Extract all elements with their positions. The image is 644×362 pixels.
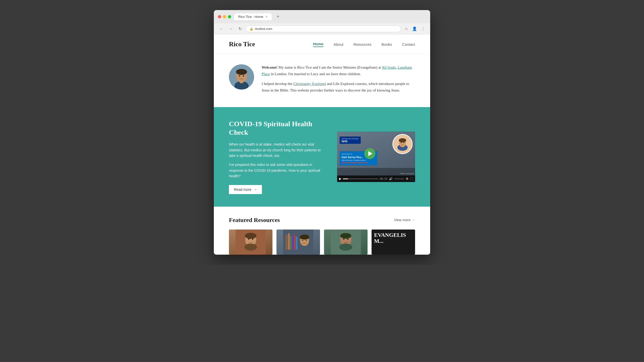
back-button[interactable]: ←: [218, 26, 225, 32]
nav-resources[interactable]: Resources: [353, 42, 372, 47]
lock-icon: 🔒: [250, 27, 253, 31]
address-bar[interactable]: 🔒 ricotice.com: [246, 25, 401, 32]
volume-bar[interactable]: [394, 178, 404, 179]
about-para-2: I helped develop the Christianity Explor…: [262, 81, 415, 94]
svg-point-28: [302, 240, 303, 241]
nhs-sign: Surrey and Sussex NHS: [340, 137, 361, 144]
covid-title: COVID-19 Spiritual Health Check: [229, 120, 327, 137]
site-logo: Rico Tice: [229, 40, 255, 48]
volume-button[interactable]: 🔊: [389, 177, 393, 180]
about-text: Welcome! My name is Rico Tice and I am t…: [262, 64, 415, 97]
svg-point-10: [399, 138, 406, 143]
new-tab-button[interactable]: +: [275, 13, 281, 20]
about-intro: My name is Rico Tice and I am the Senior…: [278, 65, 382, 69]
video-controls: ▶ 09:53 🔊 ⚙ ⛶: [337, 175, 415, 182]
url-display: ricotice.com: [255, 27, 272, 31]
svg-rect-20: [286, 235, 288, 250]
refresh-button[interactable]: ↻: [237, 25, 243, 32]
video-play-button[interactable]: ▶: [339, 177, 341, 180]
time-display: 09:53: [380, 177, 387, 180]
browser-toolbar: ← → ↻ 🔒 ricotice.com ☆ 👤 ⋮: [214, 23, 430, 34]
resources-title: Featured Resources: [229, 217, 280, 223]
resource-card-1[interactable]: [229, 230, 272, 255]
forward-button[interactable]: →: [227, 26, 234, 32]
resources-header: Featured Resources View more →: [229, 217, 415, 223]
read-more-arrow: →: [253, 188, 257, 192]
nav-books[interactable]: Books: [382, 42, 392, 47]
play-icon: [368, 151, 372, 156]
view-more-label: View more: [394, 218, 411, 222]
view-more-link[interactable]: View more →: [394, 218, 415, 222]
video-watermark: Photo: SurreyLive: [400, 173, 414, 174]
window-dots: [218, 15, 231, 18]
menu-button[interactable]: ⋮: [420, 25, 426, 32]
resource-cards: EVANGELISM...: [229, 230, 415, 255]
svg-point-29: [306, 240, 307, 241]
covid-content: COVID-19 Spiritual Health Check When our…: [229, 120, 327, 194]
svg-point-34: [347, 238, 348, 240]
svg-point-4: [236, 69, 247, 75]
site-header: Rico Tice Home About Resources Books Con…: [214, 34, 430, 54]
fullscreen-button[interactable]: ⛶: [410, 177, 413, 180]
welcome-label: Welcome!: [262, 65, 277, 69]
svg-point-33: [343, 238, 344, 240]
nav-home[interactable]: Home: [313, 42, 324, 47]
video-inset: [392, 134, 413, 154]
progress-bar[interactable]: [343, 178, 378, 179]
profile-button[interactable]: 👤: [411, 25, 418, 32]
svg-rect-25: [296, 237, 298, 250]
play-button[interactable]: [364, 148, 375, 159]
maximize-dot[interactable]: [228, 15, 231, 18]
settings-button[interactable]: ⚙: [406, 177, 409, 180]
video-container: Surrey and Sussex NHS Welcome to East Su…: [337, 131, 415, 182]
svg-point-5: [239, 75, 240, 77]
about-para2-prefix: I helped develop the: [262, 82, 293, 86]
svg-point-18: [245, 244, 257, 251]
svg-point-17: [252, 238, 253, 240]
view-more-arrow: →: [412, 218, 415, 222]
site-nav: Home About Resources Books Contact: [313, 42, 415, 47]
svg-point-32: [340, 233, 351, 239]
nav-about[interactable]: About: [334, 42, 343, 47]
resources-section: Featured Resources View more →: [214, 207, 430, 255]
browser-titlebar: Rico Tice - Home ✕ +: [214, 10, 430, 23]
svg-rect-22: [290, 236, 292, 250]
svg-point-16: [248, 238, 249, 240]
covid-body-1: When our health is at stake, medics will…: [229, 142, 327, 158]
read-more-button[interactable]: Read more →: [229, 185, 262, 194]
progress-fill: [343, 178, 348, 179]
tab-title: Rico Tice - Home: [238, 15, 263, 19]
browser-tab[interactable]: Rico Tice - Home ✕: [234, 13, 272, 20]
svg-point-11: [401, 142, 402, 143]
avatar: [229, 64, 254, 89]
video-thumbnail: Surrey and Sussex NHS Welcome to East Su…: [337, 131, 415, 175]
svg-point-6: [243, 75, 244, 77]
covid-body-2: I've prepared this video to ask some vit…: [229, 162, 327, 179]
about-section: Welcome! My name is Rico Tice and I am t…: [214, 54, 430, 107]
about-intro2: in London. I'm married to Lucy and we ha…: [271, 72, 361, 76]
bookmark-button[interactable]: ☆: [404, 25, 409, 32]
svg-point-15: [245, 233, 257, 239]
minimize-dot[interactable]: [223, 15, 226, 18]
avatar-container: [229, 64, 254, 89]
website-content: Rico Tice Home About Resources Books Con…: [214, 34, 430, 255]
toolbar-actions: ☆ 👤 ⋮: [404, 25, 426, 32]
resource-card-3[interactable]: [324, 230, 368, 255]
svg-point-27: [300, 235, 309, 240]
nav-contact[interactable]: Contact: [402, 42, 415, 47]
svg-point-35: [339, 244, 352, 251]
read-more-label: Read more: [234, 188, 251, 192]
svg-rect-21: [288, 233, 290, 250]
tab-close-icon[interactable]: ✕: [265, 15, 268, 18]
resource-card-2[interactable]: [276, 230, 320, 255]
browser-window: Rico Tice - Home ✕ + ← → ↻ 🔒 ricotice.co…: [214, 10, 430, 255]
christianity-explored-link[interactable]: Christianity Explored: [293, 82, 326, 86]
svg-rect-23: [292, 234, 294, 250]
close-dot[interactable]: [218, 15, 221, 18]
svg-rect-24: [294, 235, 296, 250]
resource-card-4[interactable]: EVANGELISM...: [372, 230, 415, 255]
about-para-1: Welcome! My name is Rico Tice and I am t…: [262, 64, 415, 77]
covid-banner: COVID-19 Spiritual Health Check When our…: [214, 107, 430, 207]
evangelism-card-text: EVANGELISM...: [372, 230, 415, 247]
svg-point-12: [404, 142, 405, 143]
